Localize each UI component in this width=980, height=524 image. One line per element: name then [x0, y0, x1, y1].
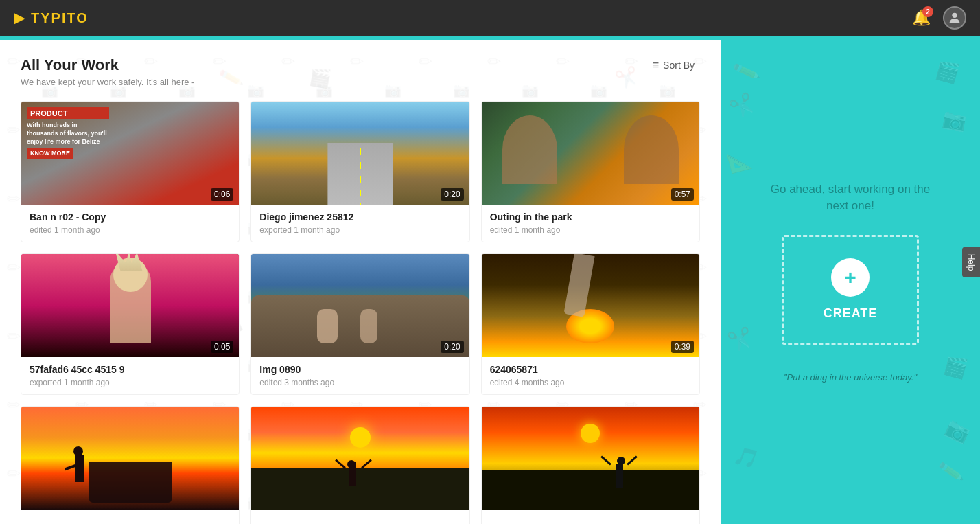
notification-button[interactable]: 🔔 2: [912, 9, 931, 27]
video-info: [21, 510, 239, 524]
video-duration: 0:39: [671, 341, 694, 353]
video-info: Diego jimenez 25812 exported 1 month ago: [251, 205, 469, 242]
create-button[interactable]: + CREATE: [782, 235, 919, 345]
section-title: All Your Work: [21, 56, 194, 74]
video-meta: edited 4 months ago: [490, 378, 691, 387]
video-title: [259, 516, 460, 524]
video-thumbnail: PRODUCT With hundreds in thousands of fl…: [21, 102, 239, 205]
video-meta: edited 3 months ago: [259, 378, 460, 387]
video-card[interactable]: 0:20 Img 0890 edited 3 months ago: [250, 253, 469, 395]
video-title: Diego jimenez 25812: [259, 212, 460, 223]
video-card[interactable]: 0:05 57fafad6 45cc 4515 9 exported 1 mon…: [21, 253, 240, 395]
video-duration: 0:05: [211, 341, 233, 353]
video-grid: PRODUCT With hundreds in thousands of fl…: [21, 101, 700, 524]
video-meta: exported 1 month ago: [259, 225, 460, 235]
video-info: Ban n r02 - Copy edited 1 month ago: [21, 205, 239, 242]
video-duration: 0:20: [441, 188, 463, 201]
content-area: ✏️ 🎬 ✂️ 📐 🎵 📷 ✏️ 🎬 📷 ✂️ 📐 All Your Work …: [0, 40, 721, 524]
section-title-group: All Your Work We have kept your work saf…: [21, 56, 194, 87]
video-info: 57fafad6 45cc 4515 9 exported 1 month ag…: [21, 357, 239, 394]
video-thumbnail: [482, 407, 699, 510]
video-card[interactable]: [21, 406, 240, 524]
main-layout: ✏️ 🎬 ✂️ 📐 🎵 📷 ✏️ 🎬 📷 ✂️ 📐 All Your Work …: [0, 40, 980, 524]
svg-point-0: [952, 13, 957, 18]
video-card[interactable]: 0:20 Diego jimenez 25812 exported 1 mont…: [250, 101, 469, 242]
video-card[interactable]: [250, 406, 469, 524]
video-thumbnail: 0:05: [21, 254, 239, 357]
video-title: [490, 516, 691, 524]
video-title: [30, 516, 231, 524]
video-info: [482, 510, 699, 524]
video-thumbnail: 0:57: [482, 102, 699, 205]
video-info: [251, 510, 469, 524]
right-sidebar: ✏️ 🎬 ✂️ 📷 📐 🎵 ✏️ 📷 ✂️ 🎬 Go ahead, start …: [721, 40, 980, 524]
notification-badge: 2: [922, 6, 933, 17]
help-tab[interactable]: Help: [962, 247, 980, 277]
sort-button[interactable]: ≡ Sort By: [647, 56, 700, 74]
user-avatar[interactable]: [943, 6, 966, 30]
video-title: 624065871: [490, 364, 691, 375]
logo-play-icon: ▶: [14, 9, 25, 27]
user-icon: [947, 10, 962, 25]
header-right: 🔔 2: [912, 6, 966, 30]
video-thumbnail: 0:20: [251, 254, 469, 357]
video-info: Outing in the park edited 1 month ago: [482, 205, 699, 242]
header-left: ▶ TYPITO: [14, 9, 89, 27]
content-inner: All Your Work We have kept your work saf…: [21, 56, 700, 524]
sort-icon: ≡: [653, 59, 659, 71]
video-title: Img 0890: [259, 364, 460, 375]
video-card[interactable]: [481, 406, 700, 524]
video-duration: 0:57: [671, 188, 694, 201]
section-subtitle: We have kept your work safely. It's all …: [21, 77, 194, 87]
video-info: Img 0890 edited 3 months ago: [251, 357, 469, 394]
section-header: All Your Work We have kept your work saf…: [21, 56, 700, 87]
video-meta: edited 1 month ago: [490, 225, 691, 235]
video-meta: exported 1 month ago: [30, 378, 231, 387]
video-card[interactable]: 0:39 624065871 edited 4 months ago: [481, 253, 700, 395]
video-thumbnail: 0:20: [251, 102, 469, 205]
video-meta: edited 1 month ago: [30, 225, 231, 235]
video-duration: 0:06: [211, 188, 233, 201]
video-card[interactable]: PRODUCT With hundreds in thousands of fl…: [21, 101, 240, 242]
video-thumbnail: 0:39: [482, 254, 699, 357]
sort-label: Sort By: [663, 60, 695, 71]
create-label: CREATE: [824, 306, 878, 321]
logo-text: TYPITO: [31, 10, 89, 26]
video-title: Outing in the park: [490, 212, 691, 223]
header: ▶ TYPITO 🔔 2: [0, 0, 980, 36]
video-info: 624065871 edited 4 months ago: [482, 357, 699, 394]
video-thumbnail: [251, 407, 469, 510]
video-title: 57fafad6 45cc 4515 9: [30, 364, 231, 375]
video-duration: 0:20: [441, 341, 463, 353]
help-label: Help: [966, 253, 976, 271]
video-thumbnail: [21, 407, 239, 510]
sidebar-quote: "Put a ding in the universe today.": [784, 372, 917, 383]
create-plus-circle: +: [831, 258, 870, 297]
plus-icon: +: [844, 267, 856, 288]
video-title: Ban n r02 - Copy: [30, 212, 231, 223]
video-card[interactable]: 0:57 Outing in the park edited 1 month a…: [481, 101, 700, 242]
sidebar-tagline: Go ahead, start working on the next one!: [771, 181, 930, 214]
